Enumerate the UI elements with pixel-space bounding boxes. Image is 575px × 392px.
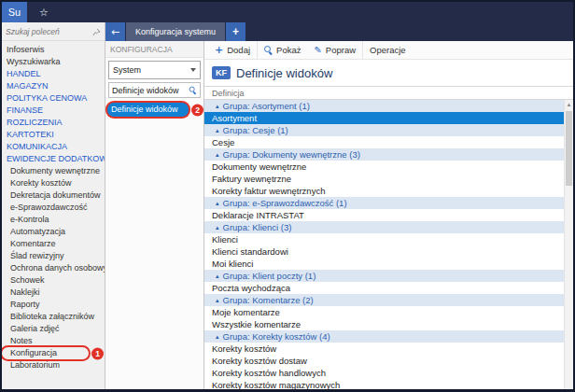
sidebar-item[interactable]: MAGAZYN bbox=[2, 80, 105, 92]
sidebar-item[interactable]: HANDEL bbox=[2, 68, 105, 80]
main-area: Dodaj Pokaż Popraw Operacje bbox=[204, 41, 573, 389]
app-logo[interactable]: Su bbox=[2, 2, 27, 22]
sidebar-item-label: ROZLICZENIA bbox=[7, 118, 63, 127]
sidebar-item[interactable]: Dekretacja dokumentów bbox=[2, 189, 105, 202]
sidebar-item-label: e-Sprawozdawczość bbox=[10, 203, 88, 212]
table-row[interactable]: Cesje bbox=[204, 136, 573, 148]
sidebar-item[interactable]: KOMUNIKACJA bbox=[2, 141, 105, 153]
magnifier-icon[interactable] bbox=[189, 87, 197, 94]
table-row[interactable]: Korekty kosztów handlowych bbox=[204, 367, 573, 379]
sidebar-item[interactable]: Korekty kosztów bbox=[2, 177, 105, 189]
table-row[interactable]: Asortyment bbox=[204, 112, 573, 124]
sidebar-item-label: Dekretacja dokumentów bbox=[10, 190, 101, 200]
toolbar-button[interactable]: Pokaż bbox=[257, 41, 307, 59]
table-row[interactable]: Grupa: Asortyment (1) bbox=[204, 100, 573, 112]
config-list-item-selected[interactable]: Definicje widoków 2 bbox=[107, 103, 189, 117]
sidebar-item[interactable]: KARTOTEKI bbox=[2, 129, 105, 141]
sidebar-item-label: Automatyzacja bbox=[10, 227, 65, 236]
collapse-triangle-icon bbox=[216, 297, 219, 304]
pin-icon[interactable] bbox=[92, 23, 101, 40]
table-row[interactable]: Moi klienci bbox=[204, 258, 573, 270]
sidebar-item-label: POLITYKA CENOWA bbox=[7, 93, 87, 103]
table-row[interactable]: Deklaracje INTRASTAT bbox=[204, 209, 573, 221]
sidebar-item-label: KOMUNIKACJA bbox=[7, 142, 67, 151]
table-row[interactable]: Grupa: Korekty kosztów (4) bbox=[204, 330, 573, 343]
category-dropdown[interactable]: System bbox=[108, 61, 201, 79]
sidebar-item[interactable]: Infoserwis bbox=[2, 44, 105, 56]
toolbar-button-label: Operacje bbox=[370, 45, 406, 55]
sidebar-item-label: Ślad rewizyjny bbox=[10, 251, 64, 260]
window-body: Infoserwis Wyszukiwarka HANDEL MAGAZYN P… bbox=[2, 22, 573, 389]
page-title: Definicje widoków bbox=[236, 66, 332, 80]
sidebar-item[interactable]: ROZLICZENIA bbox=[2, 117, 105, 129]
scroll-up-icon[interactable] bbox=[565, 100, 573, 110]
table-row[interactable]: Klienci bbox=[204, 233, 573, 245]
scrollbar-thumb[interactable] bbox=[566, 111, 572, 186]
sidebar-item[interactable]: Raporty bbox=[2, 299, 105, 311]
table-row[interactable]: Grupa: e-Sprawozdawczość (1) bbox=[204, 197, 573, 209]
plus-icon bbox=[215, 45, 223, 55]
sidebar-item[interactable]: Automatyzacja bbox=[2, 226, 105, 238]
table-row[interactable]: Korekty kosztów magazynowych bbox=[204, 379, 573, 389]
star-icon[interactable] bbox=[39, 7, 49, 19]
new-tab-button[interactable] bbox=[226, 22, 246, 41]
table-row[interactable]: Korekty kosztów dostaw bbox=[204, 355, 573, 367]
sidebar-item-label: Schowek bbox=[10, 275, 45, 285]
table-row[interactable]: Grupa: Klient poczty (1) bbox=[204, 270, 573, 282]
sidebar-search bbox=[2, 22, 105, 41]
sidebar-item[interactable]: EWIDENCJE DODATKOWE bbox=[2, 153, 105, 165]
command-search-input[interactable] bbox=[6, 27, 92, 36]
sidebar-item-label: Raporty bbox=[10, 300, 40, 309]
sidebar-item[interactable]: Ochrona danych osobowych bbox=[2, 262, 105, 274]
sidebar-item[interactable]: Biblioteka załączników bbox=[2, 311, 105, 323]
table-row[interactable]: Korekty faktur wewnętrznych bbox=[204, 185, 573, 197]
tab-konfiguracja-systemu[interactable]: Konfiguracja systemu bbox=[126, 22, 226, 41]
row-label: Korekty kosztów dostaw bbox=[212, 356, 307, 366]
table-row[interactable]: Grupa: Klienci (3) bbox=[204, 221, 573, 233]
row-label: Korekty kosztów bbox=[212, 343, 276, 354]
sidebar-item[interactable]: Dokumenty wewnętrzne bbox=[2, 165, 105, 177]
table-row[interactable]: Faktury wewnętrzne bbox=[204, 173, 573, 185]
sidebar-item[interactable]: e-Kontrola bbox=[2, 214, 105, 226]
sidebar-item[interactable]: Komentarze bbox=[2, 238, 105, 250]
sidebar-item[interactable]: Galeria zdjęć bbox=[2, 323, 105, 335]
sidebar-item[interactable]: Laboratorium bbox=[2, 359, 105, 371]
row-label: Wszystkie komentarze bbox=[212, 319, 301, 329]
table-row[interactable]: Poczta wychodząca bbox=[204, 282, 573, 294]
sidebar-item[interactable]: Notes bbox=[2, 335, 105, 347]
table-row[interactable]: Korekty kosztów bbox=[204, 343, 573, 355]
row-label: Grupa: Cesje (1) bbox=[223, 125, 288, 135]
sidebar-item[interactable]: POLITYKA CENOWA bbox=[2, 92, 105, 105]
sidebar-item[interactable]: Konfiguracja 1 bbox=[2, 347, 89, 359]
table-row[interactable]: Grupa: Cesje (1) bbox=[204, 124, 573, 136]
sidebar-item[interactable]: Naklejki bbox=[2, 287, 105, 299]
toolbar-button[interactable]: Popraw bbox=[307, 41, 362, 59]
toolbar-button[interactable]: Operacje bbox=[362, 41, 413, 59]
config-filter-input[interactable] bbox=[112, 86, 189, 95]
sidebar-menu: Infoserwis Wyszukiwarka HANDEL MAGAZYN P… bbox=[2, 41, 105, 371]
table-row[interactable]: Wszystkie komentarze bbox=[204, 318, 573, 330]
table-row[interactable]: Grupa: Komentarze (2) bbox=[204, 294, 573, 306]
sidebar-item[interactable]: Schowek bbox=[2, 274, 105, 287]
row-label: Faktury wewnętrzne bbox=[212, 174, 291, 184]
sidebar-item[interactable]: e-Sprawozdawczość bbox=[2, 202, 105, 214]
collapse-triangle-icon bbox=[216, 200, 219, 207]
table-row[interactable]: Klienci standardowi bbox=[204, 245, 573, 258]
column-header-definicja[interactable]: Definicja bbox=[204, 86, 573, 100]
sidebar-item[interactable]: Ślad rewizyjny bbox=[2, 250, 105, 262]
sidebar-item[interactable]: FINANSE bbox=[2, 105, 105, 117]
table-row[interactable]: Grupa: Dokumenty wewnętrzne (3) bbox=[204, 148, 573, 161]
sidebar-item-label: Laboratorium bbox=[10, 360, 60, 370]
sidebar-item[interactable]: Wyszukiwarka bbox=[2, 56, 105, 68]
row-label: Korekty faktur wewnętrznych bbox=[212, 186, 325, 196]
sidebar-item-label: Dokumenty wewnętrzne bbox=[10, 166, 100, 175]
table-row[interactable]: Moje komentarze bbox=[204, 306, 573, 318]
row-label: Grupa: Klienci (3) bbox=[223, 222, 292, 232]
chevron-down-icon bbox=[190, 68, 196, 72]
scrollbar[interactable] bbox=[564, 100, 573, 389]
toolbar-button[interactable]: Dodaj bbox=[208, 41, 257, 59]
table-row[interactable]: Dokumenty wewnętrzne bbox=[204, 161, 573, 173]
right-region: Konfiguracja systemu KONFIGURACJA System bbox=[105, 22, 573, 389]
window-titlebar: Su bbox=[2, 2, 573, 22]
back-button[interactable] bbox=[105, 22, 126, 41]
